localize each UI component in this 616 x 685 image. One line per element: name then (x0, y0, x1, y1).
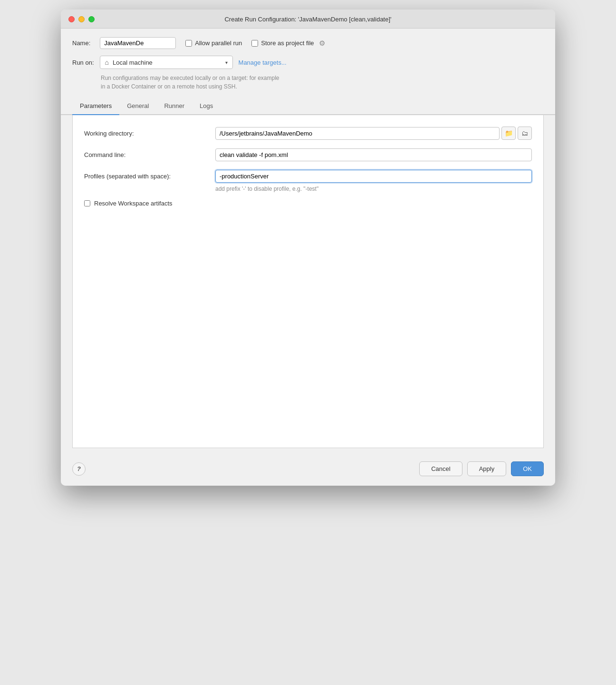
hint-line1: Run configurations may be executed local… (101, 75, 279, 81)
run-on-row: Run on: ⌂ Local machine ▾ Manage targets… (72, 56, 544, 69)
content-area: Working directory: 📁 🗂 Command line: Pro… (72, 115, 544, 448)
store-as-project-label: Store as project file (261, 39, 314, 47)
working-directory-field-group: 📁 🗂 (215, 127, 532, 140)
gear-icon[interactable]: ⚙ (319, 39, 325, 48)
tab-runner[interactable]: Runner (156, 98, 192, 115)
folder-alt-icon: 🗂 (521, 129, 528, 137)
home-icon: ⌂ (105, 59, 109, 66)
profiles-input[interactable] (215, 170, 532, 183)
minimize-button[interactable] (78, 16, 85, 22)
name-row: Name: Allow parallel run Store as projec… (72, 37, 544, 49)
store-as-project-group: Store as project file ⚙ (251, 39, 325, 48)
dialog: Create Run Configuration: 'JavaMavenDemo… (61, 10, 555, 486)
traffic-lights (68, 16, 95, 22)
allow-parallel-checkbox[interactable] (185, 40, 192, 47)
profiles-label: Profiles (separated with space): (84, 173, 208, 180)
working-directory-input[interactable] (215, 127, 500, 140)
footer: ? Cancel Apply OK (61, 456, 555, 486)
ok-button[interactable]: OK (511, 461, 544, 476)
footer-buttons: Cancel Apply OK (419, 461, 544, 476)
cancel-button[interactable]: Cancel (419, 461, 462, 476)
run-on-label: Run on: (72, 59, 94, 66)
profiles-hint: add prefix '-' to disable profile, e.g. … (215, 186, 532, 192)
tab-parameters[interactable]: Parameters (72, 98, 119, 115)
maximize-button[interactable] (88, 16, 95, 22)
help-button[interactable]: ? (72, 462, 86, 476)
profiles-field-group (215, 170, 532, 183)
tab-general[interactable]: General (119, 98, 156, 115)
apply-button[interactable]: Apply (467, 461, 507, 476)
dialog-title: Create Run Configuration: 'JavaMavenDemo… (224, 16, 391, 23)
profiles-row: Profiles (separated with space): (84, 170, 532, 183)
command-line-input[interactable] (215, 148, 532, 161)
close-button[interactable] (68, 16, 75, 22)
hint-line2: in a Docker Container or on a remote hos… (101, 83, 237, 90)
run-on-dropdown[interactable]: ⌂ Local machine ▾ (100, 56, 233, 69)
hint-text: Run configurations may be executed local… (101, 74, 544, 91)
command-line-field-group (215, 148, 532, 161)
manage-targets-link[interactable]: Manage targets... (239, 59, 287, 66)
working-directory-row: Working directory: 📁 🗂 (84, 127, 532, 140)
allow-parallel-label: Allow parallel run (195, 39, 242, 47)
working-directory-browse-button[interactable]: 📁 (501, 127, 516, 140)
run-on-value: Local machine (113, 59, 221, 66)
folder-icon: 📁 (505, 129, 513, 137)
store-as-project-checkbox[interactable] (251, 40, 258, 47)
dropdown-arrow-icon: ▾ (225, 60, 228, 65)
resolve-workspace-label: Resolve Workspace artifacts (94, 200, 173, 207)
header-section: Name: Allow parallel run Store as projec… (61, 29, 555, 98)
tabs-bar: Parameters General Runner Logs (61, 98, 555, 115)
allow-parallel-group: Allow parallel run (185, 39, 242, 47)
working-directory-label: Working directory: (84, 130, 208, 137)
resolve-workspace-row: Resolve Workspace artifacts (84, 200, 532, 207)
name-label: Name: (72, 39, 90, 47)
title-bar: Create Run Configuration: 'JavaMavenDemo… (61, 10, 555, 29)
command-line-row: Command line: (84, 148, 532, 161)
tab-logs[interactable]: Logs (192, 98, 221, 115)
name-input[interactable] (100, 37, 176, 49)
command-line-label: Command line: (84, 151, 208, 158)
working-directory-alt-button[interactable]: 🗂 (518, 127, 532, 140)
resolve-workspace-checkbox[interactable] (84, 200, 90, 206)
